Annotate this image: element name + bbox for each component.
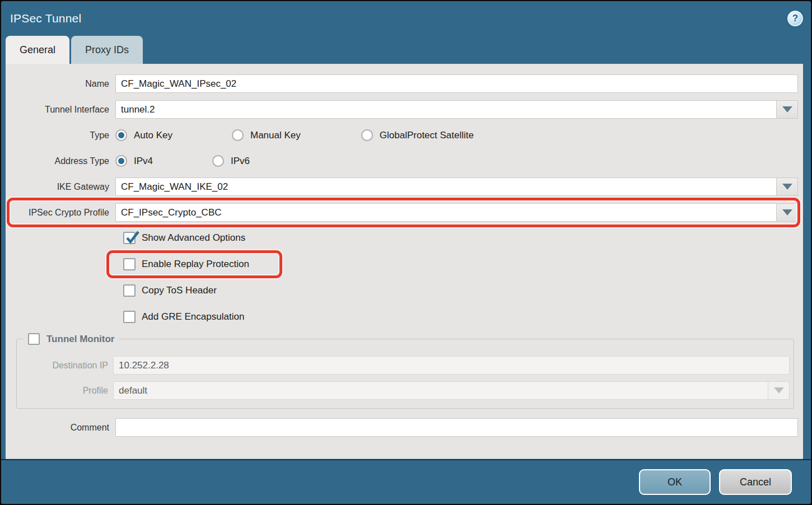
address-type-label: Address Type (6, 156, 115, 166)
radio-auto-key-label: Auto Key (134, 130, 172, 141)
enable-replay-protection-row: Enable Replay Protection (6, 258, 798, 270)
radio-auto-key[interactable]: Auto Key (115, 129, 172, 141)
dialog-footer: OK Cancel (1, 459, 811, 504)
cancel-button[interactable]: Cancel (719, 469, 792, 495)
tunnel-interface-label: Tunnel Interface (6, 105, 115, 115)
dialog-title: IPSec Tunnel (10, 12, 81, 25)
tunnel-monitor-label: Tunnel Monitor (46, 334, 115, 345)
name-input[interactable] (115, 74, 798, 93)
tab-bar: General Proxy IDs (6, 36, 811, 64)
destination-ip-input (113, 356, 790, 375)
chevron-down-icon (774, 387, 784, 394)
type-row: Type Auto Key Manual Key GlobalProtect S… (6, 126, 798, 144)
copy-tos-header-row: Copy ToS Header (6, 284, 798, 297)
ike-gateway-row: IKE Gateway (6, 177, 798, 196)
show-advanced-options-checkbox[interactable] (123, 232, 136, 244)
ipsec-crypto-profile-row: IPSec Crypto Profile (6, 203, 798, 222)
radio-button-icon (115, 155, 127, 167)
add-gre-encapsulation-row: Add GRE Encapsulation (6, 310, 798, 323)
radio-manual-key[interactable]: Manual Key (232, 129, 301, 141)
ipsec-crypto-profile-dropdown-button[interactable] (776, 203, 798, 222)
tunnel-monitor-section: Tunnel Monitor Destination IP Profile (16, 333, 794, 409)
radio-globalprotect-satellite[interactable]: GlobalProtect Satellite (361, 129, 474, 141)
dialog-titlebar: IPSec Tunnel ? (1, 1, 811, 36)
show-advanced-options-label: Show Advanced Options (142, 232, 245, 244)
ipsec-crypto-profile-label: IPSec Crypto Profile (6, 208, 115, 218)
help-glyph: ? (792, 13, 798, 24)
profile-row: Profile (17, 381, 791, 400)
ike-gateway-label: IKE Gateway (6, 182, 115, 192)
radio-ipv6-label: IPv6 (231, 156, 250, 167)
ike-gateway-dropdown-button[interactable] (776, 177, 798, 196)
tab-general-label: General (20, 44, 55, 56)
tunnel-interface-input[interactable] (115, 100, 776, 119)
name-label: Name (6, 79, 115, 89)
comment-label: Comment (6, 423, 115, 433)
tunnel-interface-row: Tunnel Interface (6, 100, 798, 119)
tab-general[interactable]: General (6, 36, 69, 64)
add-gre-encapsulation-label: Add GRE Encapsulation (142, 311, 244, 322)
comment-row: Comment (6, 418, 798, 437)
help-icon[interactable]: ? (787, 11, 803, 26)
radio-ipv6[interactable]: IPv6 (212, 155, 250, 167)
tunnel-monitor-checkbox[interactable] (28, 333, 40, 345)
tab-proxy-ids-label: Proxy IDs (85, 44, 129, 56)
radio-globalprotect-satellite-label: GlobalProtect Satellite (380, 130, 474, 141)
destination-ip-row: Destination IP (17, 356, 791, 375)
ok-button-label: OK (668, 476, 682, 488)
enable-replay-protection-label: Enable Replay Protection (142, 259, 249, 270)
radio-ipv4-label: IPv4 (134, 156, 153, 167)
copy-tos-header-checkbox[interactable] (123, 284, 136, 297)
profile-label: Profile (17, 386, 113, 396)
profile-dropdown-button (768, 381, 790, 400)
comment-input[interactable] (115, 418, 798, 437)
copy-tos-header-label: Copy ToS Header (142, 285, 217, 296)
ok-button[interactable]: OK (639, 469, 711, 495)
radio-ipv4[interactable]: IPv4 (115, 155, 153, 167)
ipsec-tunnel-dialog: IPSec Tunnel ? General Proxy IDs Name Tu… (0, 0, 812, 505)
type-label: Type (6, 130, 115, 141)
profile-input (113, 381, 768, 400)
radio-button-icon (115, 129, 127, 141)
checkmark-icon (125, 230, 139, 245)
chevron-down-icon (782, 106, 792, 113)
ipsec-crypto-profile-input[interactable] (115, 203, 776, 222)
tunnel-interface-dropdown-button[interactable] (776, 100, 798, 119)
show-advanced-options-row: Show Advanced Options (6, 231, 798, 244)
radio-button-icon (232, 129, 244, 141)
radio-button-icon (212, 155, 224, 167)
general-tab-panel: Name Tunnel Interface Type (6, 64, 803, 459)
name-row: Name (6, 74, 798, 93)
address-type-row: Address Type IPv4 IPv6 (6, 152, 798, 170)
tab-proxy-ids[interactable]: Proxy IDs (71, 36, 143, 64)
enable-replay-protection-checkbox[interactable] (123, 258, 136, 270)
destination-ip-label: Destination IP (17, 361, 113, 371)
ike-gateway-input[interactable] (115, 177, 776, 196)
tunnel-monitor-legend: Tunnel Monitor (24, 333, 119, 345)
chevron-down-icon (782, 209, 792, 216)
radio-manual-key-label: Manual Key (250, 130, 301, 141)
radio-button-icon (361, 129, 373, 141)
add-gre-encapsulation-checkbox[interactable] (123, 311, 136, 323)
cancel-button-label: Cancel (740, 476, 771, 488)
chevron-down-icon (782, 184, 792, 190)
